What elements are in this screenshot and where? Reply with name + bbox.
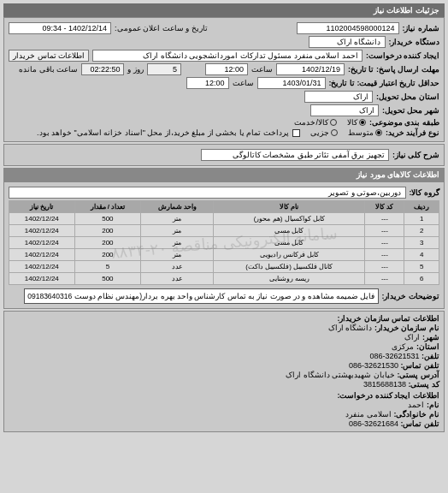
cell-date: 1402/12/24 <box>9 273 75 285</box>
treasury-checkbox[interactable] <box>292 129 300 137</box>
deadline-time: 12:00 <box>205 63 248 75</box>
cell-unit: متر <box>141 213 214 225</box>
table-row: 5---کانال فلکسیبل (فلکسیبل داکت)عدد51402… <box>9 261 439 273</box>
cell-date: 1402/12/24 <box>9 225 75 237</box>
cell-code: --- <box>365 225 404 237</box>
buyer-note: فایل ضمیمه مشاهده و در صورت نیاز به تماس… <box>24 288 378 304</box>
validity-time-label: ساعت <box>233 79 254 87</box>
zip: 3815688138 <box>363 380 406 389</box>
note-label: توضیحات خریدار: <box>382 292 440 300</box>
remain-time: 02:22:50 <box>81 63 124 75</box>
table-row: 3---کابل مسیمتر2001402/12/24 <box>9 237 439 249</box>
class-good-text: کالا <box>347 118 357 127</box>
prov: مرکزی <box>392 342 414 351</box>
goods-table-wrap: ردیف کد کالا نام کالا واحد شمارش تعداد /… <box>9 200 439 285</box>
cell-code: --- <box>365 261 404 273</box>
pubdate: 1402/12/14 - 09:34 <box>9 22 111 34</box>
validity-label: حداقل تاریخ اعتبار قیمت: تا تاریخ: <box>329 79 440 87</box>
group-label: گروه کالا: <box>410 188 440 197</box>
process-label: نوع فرآیند خرید: <box>386 128 439 137</box>
cell-unit: متر <box>141 225 214 237</box>
col-name: نام کالا <box>214 201 365 213</box>
contact-head: اطلاعات تماس سازمان خریدار: <box>9 314 439 323</box>
cell-i: 5 <box>404 261 439 273</box>
remain-days: 5 <box>147 63 181 75</box>
city: اراک <box>310 104 379 116</box>
zip-label: کد پستی: <box>409 380 440 389</box>
creator-label: ایجاد کننده درخواست: <box>366 51 439 60</box>
cell-i: 2 <box>404 225 439 237</box>
addr-label: آدرس پستی: <box>398 371 440 379</box>
cell-unit: متر <box>141 237 214 249</box>
ctel: 32621684-086 <box>349 419 398 428</box>
need-title: تجهیز برق آمفی تئاتر طبق مشخصات کاتالوگی <box>201 149 389 161</box>
remain-days-label: روز و <box>127 65 144 74</box>
need-title-label: شرح کلی نیاز: <box>392 151 439 159</box>
loc-label: استان محل تحویل: <box>376 92 439 101</box>
ctel-label: تلفن تماس: <box>401 419 440 428</box>
org-label: نام سازمان خریدار: <box>374 324 439 332</box>
cell-i: 6 <box>404 273 439 285</box>
cell-date: 1402/12/24 <box>9 213 75 225</box>
req-number-label: شماره نیاز: <box>403 24 440 33</box>
proc-mid-text: متوسط <box>348 128 374 137</box>
radio-icon <box>331 129 338 136</box>
cell-unit: متر <box>141 249 214 261</box>
col-date: تاریخ نیاز <box>9 201 75 213</box>
table-row: 1---کابل کواکسیال (هم محور)متر5001402/12… <box>9 213 439 225</box>
class-good-radio[interactable]: کالا <box>347 118 366 127</box>
cell-unit: عدد <box>141 261 214 273</box>
table-row: 2---کابل مسیمتر2001402/12/24 <box>9 225 439 237</box>
tel: 32621531-086 <box>369 352 419 360</box>
col-qty: تعداد / مقدار <box>74 201 141 213</box>
prov-label: استان: <box>416 342 439 351</box>
cell-name: کابل مسی <box>214 237 365 249</box>
col-row: ردیف <box>404 201 439 213</box>
fax-label: تلفن تماس: <box>401 361 440 370</box>
org: دانشگاه اراک <box>328 324 373 332</box>
cell-unit: عدد <box>141 273 214 285</box>
buyer-label: دستگاه خریدار: <box>389 38 440 46</box>
contact-button[interactable]: اطلاعات تماس خریدار <box>9 50 89 62</box>
time-label: ساعت <box>251 65 273 74</box>
col-unit: واحد شمارش <box>141 201 214 213</box>
ccity-label: شهر: <box>422 333 439 342</box>
class-service-text: کالا/خدمت <box>294 118 328 127</box>
cell-date: 1402/12/24 <box>9 237 75 249</box>
city-label: شهر محل تحویل: <box>382 106 439 115</box>
tel-label: تلفن: <box>421 352 439 360</box>
cell-name: کابل کواکسیال (هم محور) <box>214 213 365 225</box>
table-row: 4---کابل فرکانس رادیوییمتر2001402/12/24 <box>9 249 439 261</box>
deadline-label: مهلت ارسال پاسخ: تا تاریخ: <box>348 65 439 74</box>
radio-icon <box>375 129 382 136</box>
cell-i: 1 <box>404 213 439 225</box>
cell-date: 1402/12/24 <box>9 261 75 273</box>
group: دوربین،صوتی و تصویر <box>9 187 406 199</box>
table-row: 6---ریسه روشناییعدد5001402/12/24 <box>9 273 439 285</box>
proc-mid-radio[interactable]: متوسط <box>348 128 382 137</box>
cell-name: کابل فرکانس رادیویی <box>214 249 365 261</box>
proc-part-radio[interactable]: جزیی <box>310 128 338 137</box>
class-label: طبقه بندی موضوعی: <box>369 118 439 127</box>
buyer: دانشگاه اراک <box>309 36 386 48</box>
validity-time: 12:00 <box>186 77 229 89</box>
class-service-radio[interactable]: کالا/خدمت <box>294 118 337 127</box>
remain-time-label: ساعت باقی مانده <box>19 65 78 74</box>
pubdate-label: تاریخ و ساعت اعلان عمومی: <box>115 24 208 33</box>
proc-desc: پرداخت تمام یا بخشی از مبلغ خرید،از محل … <box>37 128 289 137</box>
req-number: 1102004598000124 <box>297 22 399 34</box>
cell-date: 1402/12/24 <box>9 249 75 261</box>
ccity: اراک <box>404 333 420 342</box>
cell-qty: 200 <box>74 249 141 261</box>
deadline-date: 1402/12/19 <box>276 63 345 75</box>
cell-code: --- <box>365 273 404 285</box>
proc-part-text: جزیی <box>310 128 329 137</box>
creator-head: اطلاعات ایجاد کننده درخواست: <box>9 391 439 400</box>
section-header: جزئیات اطلاعات نیاز <box>3 3 445 17</box>
cell-name: کانال فلکسیبل (فلکسیبل داکت) <box>214 261 365 273</box>
cell-i: 3 <box>404 237 439 249</box>
radio-icon <box>359 119 366 126</box>
cell-name: ریسه روشنایی <box>214 273 365 285</box>
cell-qty: 200 <box>74 225 141 237</box>
loc: اراک <box>304 91 373 103</box>
